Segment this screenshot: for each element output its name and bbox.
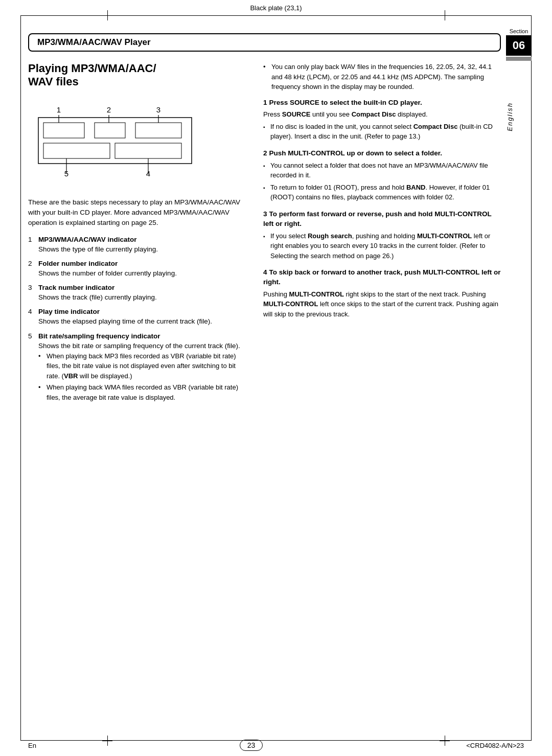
svg-rect-5: [115, 143, 181, 158]
indicator-1-body: Shows the type of file currently playing…: [38, 244, 248, 255]
indicator-5-bullet-2: When playing back WMA files recorded as …: [38, 382, 248, 402]
right-column: You can only play back WAV files in the …: [263, 62, 501, 725]
indicator-5-bullets: When playing back MP3 files recorded as …: [38, 351, 248, 403]
page-subtitle: Playing MP3/WMA/AAC/WAV files: [28, 62, 248, 89]
page-footer: En 23 <CRD4082-A/N>23: [0, 740, 552, 751]
indicator-3-body: Shows the track (file) currently playing…: [38, 292, 248, 303]
crosshair-top-left: [102, 10, 112, 20]
step-2-note-2: To return to folder 01 (ROOT), press and…: [263, 182, 501, 202]
wav-bullet: You can only play back WAV files in the …: [263, 62, 501, 92]
svg-text:2: 2: [107, 105, 111, 114]
svg-rect-1: [43, 123, 84, 138]
step-2-title: 2Push MULTI-CONTROL up or down to select…: [263, 149, 501, 158]
svg-rect-4: [43, 143, 110, 158]
indicator-1: 1 MP3/WMA/AAC/WAV indicator Shows the ty…: [28, 236, 248, 255]
title-box: MP3/WMA/AAC/WAV Player: [28, 33, 501, 52]
step-1-note: If no disc is loaded in the unit, you ca…: [263, 122, 501, 142]
indicators-list: 1 MP3/WMA/AAC/WAV indicator Shows the ty…: [28, 236, 248, 403]
english-label: English: [506, 102, 532, 131]
diagram: 1 2 3 4 5: [28, 97, 202, 189]
footer-lang: En: [28, 742, 36, 749]
svg-text:1: 1: [57, 105, 61, 114]
indicator-3-title: Track number indicator: [38, 284, 114, 291]
indicator-5-body: Shows the bit rate or sampling frequency…: [38, 341, 248, 351]
step-2-note-1: You cannot select a folder that does not…: [263, 161, 501, 180]
indicator-4-num: 4: [28, 308, 35, 315]
intro-paragraph: These are the basic steps necessary to p…: [28, 197, 248, 228]
step-4: 4To skip back or forward to another trac…: [263, 268, 501, 319]
step-1: 1Press SOURCE to select the built-in CD …: [263, 98, 501, 142]
svg-text:3: 3: [156, 105, 160, 114]
section-badge: Section 06: [506, 28, 532, 61]
indicator-5: 5 Bit rate/sampling frequency indicator …: [28, 332, 248, 403]
indicator-4-title: Play time indicator: [38, 308, 100, 315]
step-3-title: 3To perform fast forward or reverse, pus…: [263, 210, 501, 229]
step-4-body: Pushing MULTI-CONTROL right skips to the…: [263, 289, 501, 319]
step-2: 2Push MULTI-CONTROL up or down to select…: [263, 149, 501, 202]
step-1-title: 1Press SOURCE to select the built-in CD …: [263, 98, 501, 108]
left-column: Playing MP3/WMA/AAC/WAV files 1 2: [28, 62, 248, 725]
indicator-5-title: Bit rate/sampling frequency indicator: [38, 332, 160, 340]
step-3: 3To perform fast forward or reverse, pus…: [263, 210, 501, 261]
section-number: 06: [506, 35, 532, 56]
footer-code: <CRD4082-A/N>23: [466, 742, 524, 749]
crosshair-top-right: [440, 10, 450, 20]
indicator-2-body: Shows the number of folder currently pla…: [38, 268, 248, 279]
content-area: MP3/WMA/AAC/WAV Player Playing MP3/WMA/A…: [28, 28, 501, 725]
section-bar: [506, 57, 532, 61]
indicator-1-title: MP3/WMA/AAC/WAV indicator: [38, 236, 137, 243]
page-border-left: [20, 15, 21, 741]
step-4-title: 4To skip back or forward to another trac…: [263, 268, 501, 287]
page-border-top: [20, 15, 532, 16]
two-column-layout: Playing MP3/WMA/AAC/WAV files 1 2: [28, 62, 501, 725]
indicator-4: 4 Play time indicator Shows the elapsed …: [28, 308, 248, 327]
indicator-2: 2 Folder number indicator Shows the numb…: [28, 260, 248, 279]
indicator-1-num: 1: [28, 236, 35, 243]
wav-bullet-item: You can only play back WAV files in the …: [263, 62, 501, 92]
indicator-4-body: Shows the elapsed playing time of the cu…: [38, 316, 248, 327]
footer-page-number: 23: [240, 740, 263, 751]
header-title: Black plate (23,1): [250, 4, 302, 12]
indicator-2-num: 2: [28, 260, 35, 267]
indicator-3-num: 3: [28, 284, 35, 291]
indicator-5-bullet-1: When playing back MP3 files recorded as …: [38, 351, 248, 381]
section-label: Section: [510, 28, 528, 34]
indicator-5-num: 5: [28, 332, 35, 340]
step-3-note: If you select Rough search, pushing and …: [263, 231, 501, 261]
svg-rect-3: [135, 123, 181, 138]
indicator-2-title: Folder number indicator: [38, 260, 118, 267]
indicator-3: 3 Track number indicator Shows the track…: [28, 284, 248, 303]
page-header: Black plate (23,1): [0, 4, 552, 12]
step-1-body: Press SOURCE until you see Compact Disc …: [263, 109, 501, 120]
svg-rect-2: [95, 123, 125, 138]
